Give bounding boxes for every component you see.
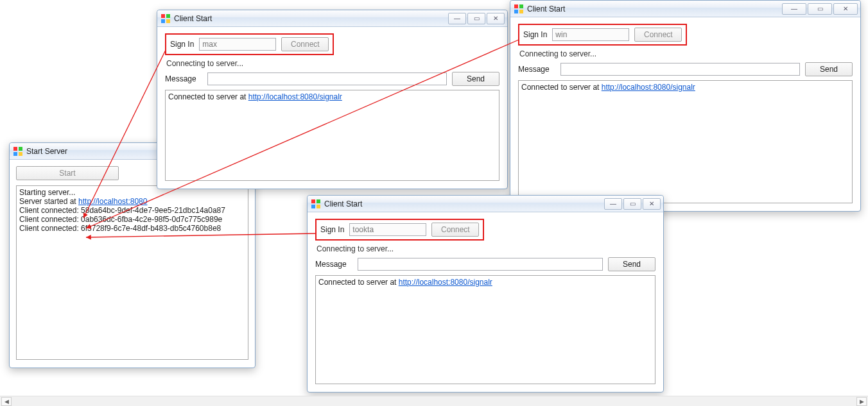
log-text: Connected to server at [521,83,602,92]
message-label: Message [165,74,202,83]
client-log[interactable]: Connected to server at http://localhost:… [315,275,655,384]
client-log[interactable]: Connected to server at http://localhost:… [518,80,853,203]
app-icon [13,147,22,156]
signin-label: Sign In [170,40,194,49]
client-body: Sign In Connect Connecting to server... … [510,17,860,211]
log-line: Client connected: 6f3728f9-6c7e-48df-b48… [19,224,245,233]
log-line: Client connected: 58da64bc-9def-4de7-9ee… [19,206,245,215]
app-icon [514,4,523,13]
minimize-button[interactable]: — [448,13,466,24]
message-input[interactable] [207,72,447,85]
message-input[interactable] [560,63,800,76]
window-title: Client Start [174,14,444,23]
titlebar[interactable]: Client Start — ▭ ✕ [308,196,663,212]
window-title: Client Start [527,4,778,13]
maximize-button[interactable]: ▭ [808,3,832,15]
window-client-win[interactable]: Client Start — ▭ ✕ Sign In Connect Conne… [510,0,861,212]
server-url-link[interactable]: http://localhost:8080/signalr [248,92,342,101]
message-input[interactable] [358,258,603,271]
message-label: Message [315,260,352,269]
window-controls: — ▭ ✕ [782,3,858,15]
server-url-link[interactable]: http://localhost:8080 [78,197,147,206]
maximize-button[interactable]: ▭ [623,198,641,210]
client-log[interactable]: Connected to server at http://localhost:… [165,90,499,181]
client-body: Sign In Connect Connecting to server... … [308,212,663,392]
close-button[interactable]: ✕ [833,3,858,15]
signin-highlight: Sign In Connect [315,219,484,241]
connect-button[interactable]: Connect [281,37,329,51]
server-url-link[interactable]: http://localhost:8080/signalr [602,83,695,92]
log-text: Connected to server at [168,92,248,101]
close-button[interactable]: ✕ [487,13,505,24]
message-row: Message Send [315,257,655,271]
log-text: Server started at [19,197,78,206]
send-button[interactable]: Send [452,72,499,86]
connect-button[interactable]: Connect [431,223,479,237]
signin-highlight: Sign In Connect [165,33,334,55]
page-horizontal-scrollbar[interactable]: ◀ ▶ [0,396,868,406]
server-body: Start Starting server... Server started … [10,160,255,368]
signin-input[interactable] [349,223,426,236]
log-line: Client connected: 0ab636dc-6fba-4c2e-98f… [19,215,245,224]
maximize-button[interactable]: ▭ [467,13,485,24]
titlebar[interactable]: Client Start — ▭ ✕ [510,1,860,17]
connect-button[interactable]: Connect [634,28,682,42]
signin-input[interactable] [199,38,276,51]
message-row: Message Send [518,62,853,76]
send-button[interactable]: Send [608,257,655,271]
log-text: Connected to server at [318,278,399,287]
message-row: Message Send [165,72,499,86]
close-button[interactable]: ✕ [643,198,661,210]
signin-label: Sign In [320,225,344,234]
message-label: Message [518,65,555,74]
app-icon [161,14,170,23]
window-controls: — ▭ ✕ [604,198,661,210]
server-log[interactable]: Starting server... Server started at htt… [16,185,248,360]
scroll-right-button[interactable]: ▶ [856,397,867,406]
minimize-button[interactable]: — [782,3,806,15]
window-client-max[interactable]: Client Start — ▭ ✕ Sign In Connect Conne… [157,10,508,189]
titlebar[interactable]: Client Start — ▭ ✕ [157,10,507,27]
signin-input[interactable] [552,28,629,41]
window-client-tookta[interactable]: Client Start — ▭ ✕ Sign In Connect Conne… [307,195,664,393]
start-button[interactable]: Start [16,166,119,180]
status-text: Connecting to server... [518,49,853,58]
window-title: Client Start [324,199,600,208]
minimize-button[interactable]: — [604,198,622,210]
signin-highlight: Sign In Connect [518,24,687,46]
send-button[interactable]: Send [805,62,853,76]
status-text: Connecting to server... [165,59,499,68]
scroll-left-button[interactable]: ◀ [1,397,12,406]
log-line: Starting server... [19,188,245,197]
status-text: Connecting to server... [315,244,655,253]
client-body: Sign In Connect Connecting to server... … [157,27,507,189]
signin-label: Sign In [523,30,547,39]
log-line: Server started at http://localhost:8080 [19,197,245,206]
server-url-link[interactable]: http://localhost:8080/signalr [399,278,492,287]
app-icon [311,199,320,208]
window-controls: — ▭ ✕ [448,13,505,24]
